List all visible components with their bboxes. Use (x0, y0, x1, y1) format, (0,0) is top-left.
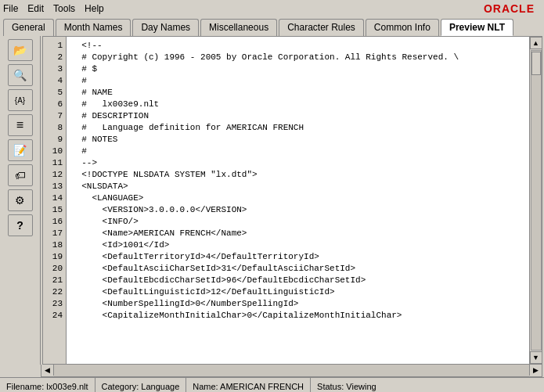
scroll-up-button[interactable]: ▲ (530, 37, 542, 49)
status-filename: Filename: lx003e9.nlt (0, 378, 95, 392)
code-line: <DefaultAsciiCharSetId>31</DefaultAsciiC… (71, 263, 524, 275)
line-numbers: 123456789101112131415161718192021222324 (43, 37, 67, 364)
content-pane: 123456789101112131415161718192021222324 … (42, 36, 542, 365)
code-line: <NumberSpellingId>0</NumberSpellingId> (71, 298, 524, 310)
code-line: # NAME (71, 87, 524, 99)
status-name: Name: AMERICAN FRENCH (186, 378, 311, 392)
code-line: <!-- (71, 40, 524, 52)
scroll-left-button[interactable]: ◀ (41, 365, 54, 376)
line-number: 14 (46, 192, 63, 204)
line-number: 13 (46, 181, 63, 192)
code-line: <INFO/> (71, 216, 524, 228)
code-line: # Language definition for AMERICAN FRENC… (71, 122, 524, 134)
flag-icon[interactable]: 🏷 (8, 164, 33, 186)
scroll-right-button[interactable]: ▶ (529, 365, 542, 376)
settings-icon[interactable]: ⚙ (8, 189, 33, 211)
search-icon[interactable]: 🔍 (8, 64, 33, 86)
code-line: # (71, 146, 524, 157)
tab-bar: General Month Names Day Names Miscellane… (0, 17, 544, 36)
menu-edit[interactable]: Edit (27, 3, 44, 14)
menu-tools[interactable]: Tools (53, 3, 75, 14)
tab-preview-nlt[interactable]: Preview NLT (441, 19, 513, 36)
line-number: 20 (46, 263, 63, 275)
code-line: <LANGUAGE> (71, 192, 524, 204)
code-line: <!DOCTYPE NLSDATA SYSTEM "lx.dtd"> (71, 169, 524, 181)
line-number: 11 (46, 157, 63, 169)
code-line: <DefaultEbcdicCharSetId>96</DefaultEbcdi… (71, 275, 524, 286)
list-icon[interactable]: ≡ (8, 114, 33, 136)
line-number: 9 (46, 134, 63, 146)
code-line: <Id>1001</Id> (71, 239, 524, 251)
oracle-logo: ORACLE (484, 2, 541, 15)
code-line: <VERSION>3.0.0.0.0</VERSION> (71, 204, 524, 216)
line-number: 1 (46, 40, 63, 52)
status-category: Category: Language (95, 378, 187, 392)
scroll-track[interactable] (531, 50, 542, 351)
line-number: 3 (46, 63, 63, 75)
open-icon[interactable]: 📂 (8, 39, 33, 61)
code-line: # lx003e9.nlt (71, 99, 524, 110)
tab-day-names[interactable]: Day Names (132, 19, 199, 36)
tab-miscellaneous[interactable]: Miscellaneous (200, 19, 277, 36)
code-line: <NLSDATA> (71, 181, 524, 192)
code-line: <DefaultLinguisticId>12</DefaultLinguist… (71, 286, 524, 298)
code-line: # Copyright (c) 1996 - 2005 by Oracle Co… (71, 52, 524, 63)
sidebar: 📂 🔍 {A} ≡ 📝 🏷 ⚙ ? (0, 36, 41, 365)
line-number: 17 (46, 228, 63, 239)
line-number: 12 (46, 169, 63, 181)
code-line: <Name>AMERICAN FRENCH</Name> (71, 228, 524, 239)
line-number: 19 (46, 251, 63, 263)
menu-help[interactable]: Help (85, 3, 104, 14)
code-line: <CapitalizeMonthInitialChar>0</Capitaliz… (71, 310, 524, 322)
tab-general[interactable]: General (3, 19, 54, 36)
line-number: 22 (46, 286, 63, 298)
code-line: # NOTES (71, 134, 524, 146)
line-number: 15 (46, 204, 63, 216)
code-line: # DESCRIPTION (71, 110, 524, 122)
line-number: 2 (46, 52, 63, 63)
vertical-scrollbar[interactable]: ▲ ▼ (529, 37, 542, 364)
main-area: 📂 🔍 {A} ≡ 📝 🏷 ⚙ ? 1234567891011121314151… (0, 36, 544, 365)
line-number: 5 (46, 87, 63, 99)
line-number: 10 (46, 146, 63, 157)
status-viewing: Status: Viewing (311, 378, 383, 392)
line-number: 21 (46, 275, 63, 286)
line-number: 8 (46, 122, 63, 134)
help-icon[interactable]: ? (8, 214, 33, 236)
tab-character-rules[interactable]: Character Rules (279, 19, 364, 36)
line-number: 23 (46, 298, 63, 310)
code-line: <DefaultTerritoryId>4</DefaultTerritoryI… (71, 251, 524, 263)
variable-icon[interactable]: {A} (8, 89, 33, 111)
line-number: 7 (46, 110, 63, 122)
horizontal-scrollbar[interactable]: ◀ ▶ (41, 365, 542, 377)
code-content: <!-- # Copyright (c) 1996 - 2005 by Orac… (67, 37, 529, 364)
menu-file[interactable]: File (3, 3, 18, 14)
scroll-thumb[interactable] (531, 52, 541, 75)
code-line: # (71, 75, 524, 87)
line-number: 24 (46, 310, 63, 322)
code-line: # $ (71, 63, 524, 75)
tab-month-names[interactable]: Month Names (56, 19, 131, 36)
line-number: 18 (46, 239, 63, 251)
menu-bar: File Edit Tools Help ORACLE (0, 0, 544, 17)
scroll-track-h[interactable] (54, 365, 529, 376)
status-bar: Filename: lx003e9.nlt Category: Language… (0, 377, 544, 392)
tab-common-info[interactable]: Common Info (366, 19, 439, 36)
note-icon[interactable]: 📝 (8, 139, 33, 161)
line-number: 4 (46, 75, 63, 87)
code-line: --> (71, 157, 524, 169)
line-number: 6 (46, 99, 63, 110)
line-number: 16 (46, 216, 63, 228)
menu-items: File Edit Tools Help (3, 3, 104, 14)
scroll-down-button[interactable]: ▼ (530, 351, 542, 364)
